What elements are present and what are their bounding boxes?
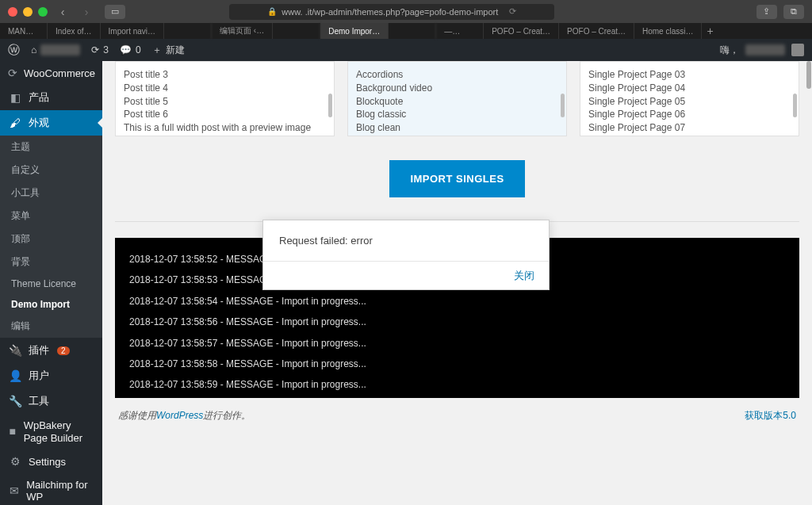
panel-scrollbar[interactable] [328, 94, 332, 117]
browser-tab[interactable]: POFO – Creat… [559, 23, 634, 39]
list-item: Post title 6 [124, 108, 326, 121]
submenu-menus[interactable]: 菜单 [0, 205, 102, 228]
footer-thanks-prefix: 感谢使用 [118, 410, 156, 421]
new-tab-button[interactable]: + [702, 23, 718, 39]
address-bar[interactable]: 🔒 www. .it/wp-admin/themes.php?page=pofo… [229, 4, 554, 20]
tabs-icon[interactable]: ⧉ [783, 5, 804, 19]
close-window-icon[interactable] [8, 7, 17, 17]
browser-tab[interactable]: MAN… [0, 23, 48, 39]
wordpress-link[interactable]: WordPress [156, 410, 203, 421]
submenu-background[interactable]: 背景 [0, 251, 102, 274]
list-item: Accordions [356, 68, 558, 82]
sidebar-item-users[interactable]: 👤用户 [0, 363, 102, 388]
browser-tab[interactable] [164, 23, 212, 39]
woo-icon: ⟳ [8, 67, 17, 79]
browser-toolbar: ‹ › ▭ 🔒 www. .it/wp-admin/themes.php?pag… [0, 0, 812, 23]
sidebar-item-plugins[interactable]: 🔌插件2 [0, 338, 102, 363]
browser-tab[interactable]: POFO – Creat… [484, 23, 559, 39]
posts-panel[interactable]: Post title 3 Post title 4 Post title 5 P… [115, 61, 335, 136]
modal-message: Request failed: error [263, 220, 549, 261]
sidebar-item-wpbakery[interactable]: ■WpBakery Page Builder [0, 414, 102, 450]
gear-icon: ⚙ [8, 455, 22, 468]
mailchimp-icon: ✉ [8, 484, 20, 497]
admin-sidebar: ⟳WooCommerce ◧产品 🖌外观 主题 自定义 小工具 菜单 顶部 背景… [0, 61, 102, 505]
username-blurred[interactable] [745, 44, 785, 55]
list-item: Blockquote [356, 95, 558, 109]
browser-tab[interactable] [273, 23, 320, 39]
submenu-theme-licence[interactable]: Theme Licence [0, 274, 102, 294]
submenu-themes[interactable]: 主题 [0, 136, 102, 159]
pages-panel[interactable]: Single Project Page 03 Single Project Pa… [580, 61, 799, 136]
browser-tab[interactable]: Index of… [48, 23, 101, 39]
comments-link[interactable]: 💬 0 [120, 44, 141, 55]
browser-tab-active[interactable]: Demo Impor… [320, 23, 389, 39]
list-item: Single Project Page 08 [588, 135, 791, 136]
log-line: 2018-12-07 13:58:57 - MESSAGE - Import i… [129, 333, 785, 354]
reload-icon[interactable]: ⟳ [509, 6, 516, 17]
submenu-customize[interactable]: 自定义 [0, 159, 102, 182]
list-item: Post title 4 [124, 82, 326, 95]
submenu-edit[interactable]: 编辑 [0, 315, 102, 338]
browser-tab[interactable]: —… [436, 23, 484, 39]
list-item: Post title 5 [124, 95, 326, 109]
elements-panel[interactable]: Accordions Background video Blockquote B… [347, 61, 567, 136]
panel-scrollbar[interactable] [793, 94, 797, 117]
minimize-window-icon[interactable] [23, 7, 33, 17]
browser-tab[interactable]: 编辑页面 ‹… [212, 23, 273, 39]
greeting-text: 嗨， [720, 44, 739, 57]
update-badge: 2 [57, 346, 70, 355]
share-icon[interactable]: ⇪ [756, 5, 777, 19]
updates-link[interactable]: ⟳ 3 [91, 44, 109, 55]
sidebar-item-tools[interactable]: 🔧工具 [0, 388, 102, 414]
site-home-link[interactable]: ⌂ [31, 44, 80, 55]
version-link[interactable]: 获取版本5.0 [745, 410, 796, 421]
list-item: This is a standard post with a audio [124, 135, 326, 136]
wrench-icon: 🔧 [8, 395, 22, 407]
browser-tab[interactable]: Home classi… [634, 23, 702, 39]
submenu-demo-import[interactable]: Demo Import [0, 294, 102, 315]
sidebar-item-appearance[interactable]: 🖌外观 [0, 110, 102, 136]
list-item: Single Project Page 06 [588, 108, 791, 121]
submenu-header[interactable]: 顶部 [0, 228, 102, 251]
maximize-window-icon[interactable] [38, 7, 48, 17]
list-item: Single Project Page 07 [588, 121, 791, 135]
scrollbar[interactable] [806, 61, 811, 89]
footer-thanks-suffix: 进行创作。 [203, 410, 251, 421]
log-line: 2018-12-07 13:58:56 - MESSAGE - Import i… [129, 312, 785, 332]
log-line: 2018-12-07 13:58:59 - MESSAGE - Import i… [129, 374, 785, 395]
browser-tab[interactable] [389, 23, 436, 39]
error-modal: Request failed: error 关闭 [262, 220, 550, 290]
submenu-widgets[interactable]: 小工具 [0, 182, 102, 205]
brush-icon: 🖌 [8, 117, 22, 129]
forward-button[interactable]: › [78, 5, 95, 19]
list-item: Blog classic [356, 108, 558, 121]
list-item: Background video [356, 82, 558, 95]
appearance-submenu: 主题 自定义 小工具 菜单 顶部 背景 Theme Licence Demo I… [0, 136, 102, 338]
import-singles-button[interactable]: IMPORT SINGLES [389, 160, 524, 197]
sidebar-item-woocommerce[interactable]: ⟳WooCommerce [0, 61, 102, 85]
plugin-icon: 🔌 [8, 344, 22, 357]
log-line: 2018-12-07 13:58:54 - MESSAGE - Import i… [129, 291, 785, 312]
back-button[interactable]: ‹ [54, 5, 71, 19]
list-item: Post title 3 [124, 68, 326, 82]
avatar[interactable] [791, 44, 804, 56]
window-controls [8, 7, 48, 17]
browser-tab[interactable]: Import navi… [101, 23, 164, 39]
list-item: Single Project Page 04 [588, 82, 791, 95]
wordpress-logo-icon[interactable]: ⓦ [8, 43, 20, 58]
sidebar-toggle-icon[interactable]: ▭ [105, 5, 125, 19]
sidebar-item-products[interactable]: ◧产品 [0, 85, 102, 110]
list-item: This is a full width post with a preview… [124, 121, 326, 135]
list-item: Blog clean [356, 121, 558, 135]
sidebar-item-settings[interactable]: ⚙Settings [0, 450, 102, 473]
list-item: Single Project Page 03 [588, 68, 791, 82]
new-content-link[interactable]: ＋ 新建 [152, 44, 185, 57]
sidebar-item-mailchimp[interactable]: ✉Mailchimp for WP [0, 473, 102, 505]
panel-scrollbar[interactable] [561, 94, 565, 117]
user-icon: 👤 [8, 369, 22, 382]
builder-icon: ■ [8, 425, 17, 438]
modal-close-button[interactable]: 关闭 [514, 270, 534, 281]
list-item: Single Project Page 05 [588, 95, 791, 109]
log-line: 2018-12-07 13:58:58 - MESSAGE - Import i… [129, 354, 785, 374]
lock-icon: 🔒 [267, 7, 277, 16]
